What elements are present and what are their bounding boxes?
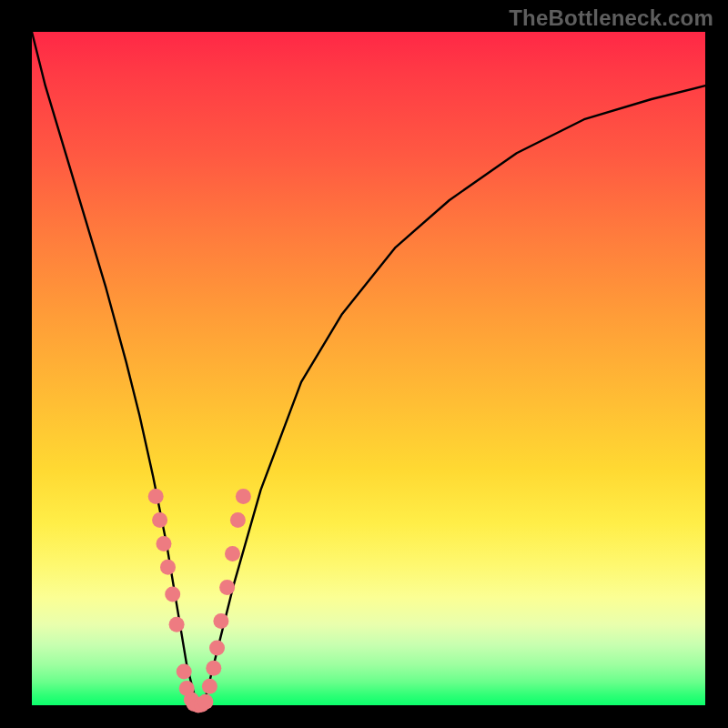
chart-frame: TheBottleneck.com bbox=[0, 0, 728, 728]
plot-area bbox=[32, 32, 705, 705]
watermark-text: TheBottleneck.com bbox=[509, 5, 713, 31]
